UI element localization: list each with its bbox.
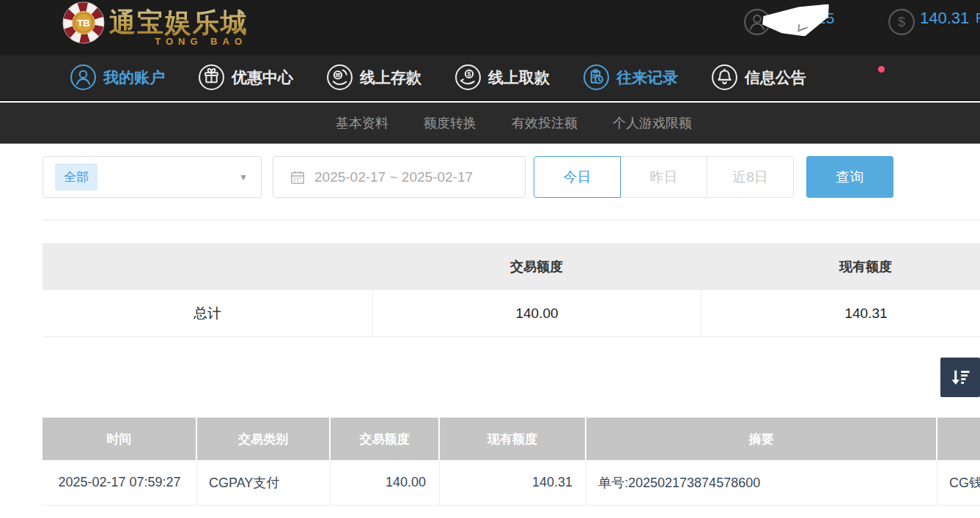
bell-icon	[711, 64, 738, 91]
quick-range-group: 今日 昨日 近8日	[534, 156, 794, 198]
nav-item-my-account[interactable]: 我的账户	[70, 64, 165, 91]
summary-total-row: 总计 140.00 140.31	[43, 290, 980, 337]
balance-dollar-icon[interactable]: $	[888, 8, 915, 36]
subnav-item-quota-transfer[interactable]: 额度转换	[424, 114, 476, 132]
subnav-item-basic-info[interactable]: 基本资料	[336, 114, 388, 132]
record-type: CGPAY支付	[197, 460, 331, 505]
sub-nav: 基本资料 额度转换 有效投注额 个人游戏限额	[0, 103, 980, 144]
redaction-scribble	[762, 4, 830, 39]
summary-header-row: 交易额度 现有额度	[43, 243, 980, 290]
date-range-input[interactable]: 2025-02-17 ~ 2025-02-17	[273, 156, 526, 198]
quick-range-last8days-button[interactable]: 近8日	[707, 156, 794, 198]
records-header-transaction-amount: 交易额度	[331, 418, 440, 460]
quick-range-yesterday-button[interactable]: 昨日	[620, 156, 707, 198]
sort-descending-button[interactable]	[940, 358, 980, 397]
notification-dot	[878, 66, 885, 73]
svg-text:$: $	[898, 15, 905, 29]
records-clipboard-clock-icon	[583, 64, 610, 91]
summary-current-balance-value: 140.31	[701, 290, 980, 336]
selected-type-tag: 全部	[55, 163, 97, 190]
record-summary: 单号:202502173874578600	[586, 460, 937, 505]
summary-total-label: 总计	[43, 304, 372, 323]
nav-item-transaction-records[interactable]: 往来记录	[583, 64, 678, 91]
withdraw-hand-coin-icon: $	[454, 64, 482, 91]
records-header-time: 时间	[43, 418, 197, 460]
nav-item-announcements[interactable]: 信息公告	[711, 64, 806, 91]
balance-amount[interactable]: 140.31	[920, 9, 969, 28]
record-current-balance: 140.31	[440, 460, 586, 505]
deposit-hand-coin-icon	[326, 64, 353, 91]
sort-descending-icon	[949, 366, 971, 388]
summary-header-transaction-amount: 交易额度	[372, 258, 701, 275]
quick-range-today-button[interactable]: 今日	[534, 156, 621, 198]
chevron-down-icon: ▼	[239, 172, 248, 182]
subnav-item-valid-bets[interactable]: 有效投注额	[512, 114, 578, 132]
section-divider	[43, 220, 980, 221]
records-header-row: 时间 交易类别 交易额度 现有额度 摘要 备注	[43, 418, 980, 460]
summary-transaction-amount-value: 140.00	[372, 290, 701, 336]
poker-chip-icon: TB	[62, 1, 105, 44]
svg-text:$: $	[468, 70, 471, 78]
records-header-remark: 备注	[937, 418, 980, 460]
record-transaction-amount: 140.00	[331, 460, 440, 505]
nav-item-online-withdrawal[interactable]: $ 线上取款	[454, 64, 550, 91]
records-header-current-balance: 现有额度	[440, 418, 586, 460]
records-table: 时间 交易类别 交易额度 现有额度 摘要 备注 2025-02-17 07:59…	[43, 418, 980, 506]
nav-label: 往来记录	[616, 67, 678, 88]
records-header-type: 交易类别	[197, 418, 331, 460]
svg-text:TB: TB	[77, 18, 90, 29]
brand-name-en: TONG BAO	[155, 36, 247, 47]
main-nav: 我的账户 优惠中心 线上存款	[0, 55, 980, 101]
nav-label: 信息公告	[745, 67, 806, 88]
summary-header-current-balance: 现有额度	[701, 258, 980, 275]
date-range-value: 2025-02-17 ~ 2025-02-17	[314, 169, 473, 185]
record-remark: CG钱包	[937, 460, 980, 505]
table-row: 2025-02-17 07:59:27 CGPAY支付 140.00 140.3…	[43, 460, 980, 506]
subnav-item-game-limits[interactable]: 个人游戏限额	[613, 114, 692, 132]
balance-currency-suffix: R	[976, 11, 980, 26]
summary-table: 交易额度 现有额度 总计 140.00 140.31	[43, 243, 980, 337]
nav-label: 线上取款	[488, 67, 550, 88]
record-time: 2025-02-17 07:59:27	[43, 460, 197, 505]
account-person-icon	[70, 64, 97, 91]
nav-label: 线上存款	[360, 67, 421, 88]
page: TB 通宝娱乐城 TONG BAO 25 $ 140.31 R	[0, 0, 980, 518]
records-header-summary: 摘要	[586, 418, 937, 460]
transaction-type-dropdown[interactable]: 全部 ▼	[43, 156, 262, 198]
nav-label: 我的账户	[103, 67, 165, 88]
gift-icon	[198, 64, 225, 91]
nav-label: 优惠中心	[232, 67, 293, 88]
nav-item-online-deposit[interactable]: 线上存款	[326, 64, 421, 91]
top-header: TB 通宝娱乐城 TONG BAO 25 $ 140.31 R	[0, 0, 980, 55]
query-button[interactable]: 查询	[806, 156, 894, 198]
brand-logo[interactable]: TB 通宝娱乐城 TONG BAO	[62, 1, 248, 44]
nav-item-promotions[interactable]: 优惠中心	[198, 64, 293, 91]
calendar-icon	[290, 169, 306, 185]
